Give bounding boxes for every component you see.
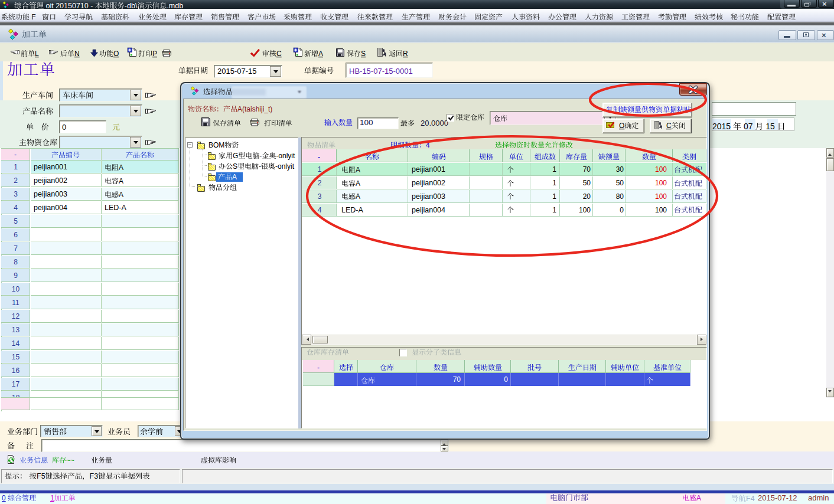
svg-text:F3: F3 (90, 472, 99, 480)
svg-text:A: A (356, 166, 360, 174)
svg-text:S: S (361, 50, 366, 58)
svg-text:C: C (666, 122, 672, 130)
svg-text:oit 20150710 -: oit 20150710 - (44, 2, 95, 10)
svg-text:A: A (318, 50, 323, 58)
svg-text:A: A (356, 179, 360, 188)
svg-text:P: P (152, 50, 157, 58)
svg-text:15: 15 (763, 122, 777, 131)
svg-text:N: N (74, 50, 80, 58)
svg-text:A: A (119, 163, 123, 172)
svg-text:L: L (35, 50, 39, 58)
svg-text:F5: F5 (37, 472, 45, 480)
svg-text:S: S (233, 162, 237, 171)
svg-text:O: O (113, 50, 119, 58)
svg-text:A: A (356, 192, 360, 201)
svg-text:-: - (259, 162, 261, 171)
svg-text:-db\: -db\ (125, 2, 138, 10)
svg-text:BOM: BOM (209, 141, 224, 149)
svg-text:G: G (233, 152, 238, 160)
svg-text:2015: 2015 (712, 122, 733, 131)
svg-text:R: R (403, 50, 408, 58)
svg-text:-onlyit: -onlyit (275, 162, 295, 171)
svg-text:O: O (619, 122, 624, 130)
svg-text:-: - (259, 152, 262, 160)
svg-text:A: A (119, 191, 123, 199)
svg-text:F4: F4 (746, 495, 755, 503)
svg-text:C: C (276, 50, 282, 58)
svg-text:A: A (232, 173, 237, 181)
svg-text:.mdb: .mdb (167, 2, 183, 10)
svg-text:-onlyit: -onlyit (276, 152, 295, 160)
svg-text:A: A (696, 494, 701, 502)
svg-text:F: F (30, 13, 36, 21)
svg-text:07: 07 (741, 122, 755, 131)
svg-text:A: A (119, 177, 123, 185)
svg-text:-: - (317, 364, 320, 372)
svg-text:A(taishiji_t): A(taishiji_t) (237, 105, 272, 113)
svg-text:-: - (318, 153, 320, 161)
svg-text:0: 0 (2, 494, 6, 502)
svg-text:~~: ~~ (66, 456, 74, 464)
svg-text:1: 1 (50, 494, 54, 502)
